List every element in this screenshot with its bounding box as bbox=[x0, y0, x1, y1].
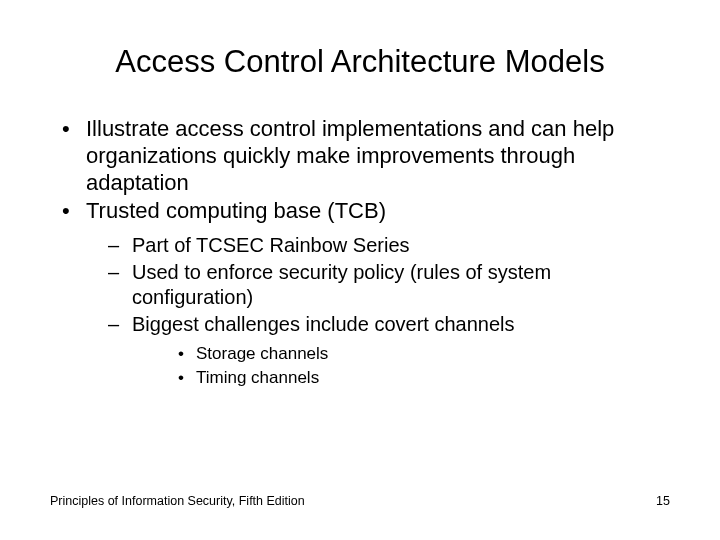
list-item-label: Trusted computing base (TCB) bbox=[86, 198, 386, 223]
bullet-list-level1: Illustrate access control implementation… bbox=[56, 116, 670, 390]
footer: Principles of Information Security, Fift… bbox=[50, 494, 670, 508]
list-item-label: Biggest challenges include covert channe… bbox=[132, 313, 514, 335]
list-item: Timing channels bbox=[132, 367, 670, 389]
page-number: 15 bbox=[656, 494, 670, 508]
footer-left: Principles of Information Security, Fift… bbox=[50, 494, 305, 508]
list-item: Illustrate access control implementation… bbox=[56, 116, 670, 196]
list-item: Used to enforce security policy (rules o… bbox=[86, 260, 670, 310]
list-item: Biggest challenges include covert channe… bbox=[86, 312, 670, 389]
list-item: Part of TCSEC Rainbow Series bbox=[86, 233, 670, 258]
bullet-list-level2: Part of TCSEC Rainbow Series Used to enf… bbox=[86, 233, 670, 389]
page-title: Access Control Architecture Models bbox=[50, 44, 670, 80]
bullet-list-level3: Storage channels Timing channels bbox=[132, 343, 670, 389]
slide: Access Control Architecture Models Illus… bbox=[0, 0, 720, 540]
list-item: Storage channels bbox=[132, 343, 670, 365]
list-item: Trusted computing base (TCB) Part of TCS… bbox=[56, 198, 670, 389]
content: Illustrate access control implementation… bbox=[56, 116, 670, 390]
